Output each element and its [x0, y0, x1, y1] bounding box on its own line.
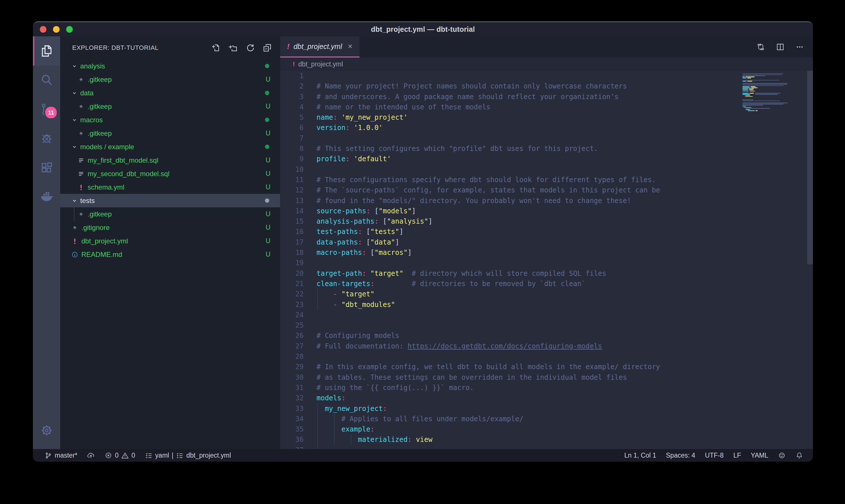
code-line-10[interactable]: 10: [280, 164, 813, 175]
yml-warning-icon: [77, 183, 85, 191]
code-line-18[interactable]: 18macro-paths: ["macros"]: [280, 248, 813, 258]
status-feedback[interactable]: [778, 449, 786, 462]
code-line-8[interactable]: 8# This setting configures which "profil…: [280, 143, 813, 154]
tree-item-tests[interactable]: tests: [60, 194, 280, 207]
token: # These configurations specify where dbt…: [317, 176, 656, 184]
status-language-mode[interactable]: YAML: [751, 449, 768, 462]
activity-extensions[interactable]: [33, 153, 60, 182]
tree-item-gitkeep[interactable]: .gitkeepU: [60, 207, 280, 221]
refresh-explorer-icon[interactable]: [245, 43, 255, 53]
code-line-33[interactable]: 33 my_new_project:: [280, 403, 813, 414]
code-line-27[interactable]: 27# Full documentation: https://docs.get…: [280, 341, 813, 352]
tree-item-gitkeep[interactable]: .gitkeepU: [60, 127, 280, 140]
code-line-29[interactable]: 29# In this example config, we tell dbt …: [280, 362, 813, 372]
code-line-3[interactable]: 3# and underscores. A good package name …: [280, 92, 813, 102]
code-line-16[interactable]: 16test-paths: ["tests"]: [280, 227, 813, 237]
token: [362, 238, 366, 246]
code-line-4[interactable]: 4# name or the intended use of these mod…: [280, 102, 813, 112]
status-eol[interactable]: LF: [733, 449, 741, 462]
code-line-34[interactable]: 34 # Applies to all files under models/e…: [280, 414, 813, 424]
breadcrumb[interactable]: ! dbt_project.yml: [280, 57, 813, 71]
code-line-13[interactable]: 13# found in the "models/" directory. Yo…: [280, 196, 813, 206]
code-line-19[interactable]: 19: [280, 258, 813, 268]
minimap-line: [742, 101, 754, 101]
code-line-7[interactable]: 7: [280, 133, 813, 143]
status-indentation[interactable]: Spaces: 4: [666, 449, 695, 462]
minimap-line: [742, 90, 748, 90]
minimap-line: [742, 84, 788, 85]
status-problems[interactable]: 00: [105, 449, 135, 462]
zoom-window-button[interactable]: [66, 26, 73, 33]
code-line-21[interactable]: 21clean-targets: # directories to be rem…: [280, 278, 813, 289]
collapse-folders-icon[interactable]: [263, 43, 272, 53]
split-editor-icon[interactable]: [776, 42, 785, 52]
code-line-24[interactable]: 24: [280, 310, 813, 320]
minimize-window-button[interactable]: [53, 26, 59, 33]
code-line-32[interactable]: 32models:: [280, 393, 813, 403]
new-file-icon[interactable]: [211, 43, 220, 53]
more-actions-icon[interactable]: [795, 42, 804, 52]
tree-item-readme-md[interactable]: README.mdU: [60, 248, 280, 261]
code-line-5[interactable]: 5name: 'my_new_project': [280, 112, 813, 123]
code-line-30[interactable]: 30# as tables. These settings can be ove…: [280, 372, 813, 382]
code-line-36[interactable]: 36 materialized: view: [280, 434, 813, 445]
tree-item-models-example[interactable]: models / example: [60, 140, 280, 154]
file-label: models / example: [80, 143, 134, 151]
line-number: 18: [280, 248, 304, 258]
status-git-branch[interactable]: master*: [44, 449, 77, 462]
code-line-12[interactable]: 12# The `source-paths` config, for examp…: [280, 185, 813, 195]
file-label: .gitkeep: [88, 129, 112, 138]
code-line-23[interactable]: 23 - "dbt_modules": [280, 300, 813, 310]
status-encoding[interactable]: UTF-8: [705, 449, 723, 462]
status-cursor-position[interactable]: Ln 1, Col 1: [625, 449, 656, 462]
activity-explorer[interactable]: [33, 36, 60, 66]
activity-source-control[interactable]: 11: [33, 95, 60, 124]
tree-item-data[interactable]: data: [60, 86, 280, 100]
code-line-22[interactable]: 22 - "target": [280, 289, 813, 299]
token: "analysis": [387, 217, 429, 226]
code-line-31[interactable]: 31# using the `{{ config(...) }}` macro.: [280, 382, 813, 393]
editor-scrollbar[interactable]: [807, 71, 813, 264]
code-line-2[interactable]: 2# Name your project! Project names shou…: [280, 81, 813, 91]
line-number: 1: [280, 71, 304, 81]
code-line-6[interactable]: 6version: '1.0.0': [280, 123, 813, 133]
new-folder-icon[interactable]: [228, 43, 238, 53]
tree-item-schema-yml[interactable]: schema.ymlU: [60, 180, 280, 194]
tree-item-gitignore[interactable]: .gitignoreU: [60, 221, 280, 234]
code-line-11[interactable]: 11# These configurations specify where d…: [280, 175, 813, 185]
code-line-14[interactable]: 14source-paths: ["models"]: [280, 206, 813, 216]
close-window-button[interactable]: [40, 26, 47, 33]
code-line-26[interactable]: 26# Configuring models: [280, 330, 813, 341]
status-notifications[interactable]: [795, 449, 803, 462]
tab-dbt-project-yml[interactable]: ! dbt_project.yml ×: [280, 36, 359, 57]
code-line-17[interactable]: 17data-paths: ["data"]: [280, 237, 813, 248]
activity-docker[interactable]: [33, 182, 60, 212]
code-line-28[interactable]: 28: [280, 352, 813, 362]
open-changes-icon[interactable]: [756, 42, 766, 52]
code-line-15[interactable]: 15analysis-paths: ["analysis"]: [280, 216, 813, 227]
close-tab-icon[interactable]: ×: [348, 42, 352, 51]
tree-item-gitkeep[interactable]: .gitkeepU: [60, 100, 280, 113]
tree-item-my-first-dbt-model-sql[interactable]: my_first_dbt_model.sqlU: [60, 154, 280, 167]
code-line-20[interactable]: 20target-path: "target" # directory whic…: [280, 268, 813, 278]
code-line-37[interactable]: 37: [280, 445, 813, 449]
code-line-1[interactable]: 1: [280, 71, 813, 81]
yml-warning-icon: !: [293, 60, 295, 68]
code-line-9[interactable]: 9profile: 'default': [280, 154, 813, 164]
line-number: 25: [280, 320, 304, 330]
status-tasks[interactable]: yaml|dbt_project.yml: [145, 449, 231, 462]
code-editor[interactable]: 12# Name your project! Project names sho…: [280, 71, 813, 449]
tree-item-dbt-project-yml[interactable]: dbt_project.ymlU: [60, 234, 280, 248]
minimap[interactable]: [741, 71, 807, 449]
activity-search[interactable]: [33, 66, 60, 95]
token: [337, 113, 341, 122]
code-line-25[interactable]: 25: [280, 320, 813, 330]
activity-debug[interactable]: [33, 124, 60, 153]
tree-item-my-second-dbt-model-sql[interactable]: my_second_dbt_model.sqlU: [60, 167, 280, 180]
tree-item-analysis[interactable]: analysis: [60, 59, 280, 73]
activity-settings[interactable]: [33, 416, 60, 445]
code-line-35[interactable]: 35 example:: [280, 424, 813, 434]
status-sync[interactable]: [87, 449, 95, 462]
tree-item-macros[interactable]: macros: [60, 113, 280, 127]
tree-item-gitkeep[interactable]: .gitkeepU: [60, 73, 280, 86]
